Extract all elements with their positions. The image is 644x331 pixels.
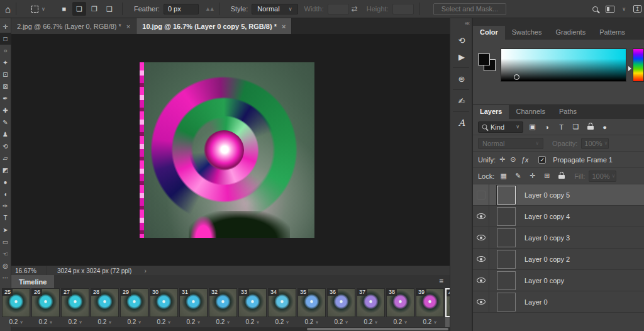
layer-row[interactable]: Layer 0 copy 5 xyxy=(473,184,644,206)
frame-delay-select[interactable]: 0.2 ∨ xyxy=(120,317,148,327)
document-tab[interactable]: 2.jpg @ 66.7% (Layer 0, RGB/8) * × xyxy=(11,18,136,34)
frame-delay-select[interactable]: 0.2 ∨ xyxy=(297,317,326,327)
layer-visibility-toggle[interactable] xyxy=(473,206,489,227)
character-panel-button[interactable]: A xyxy=(450,115,473,131)
layer-row[interactable]: Layer 0 copy 4 xyxy=(473,206,644,227)
lock-pixels-icon[interactable]: ✎ xyxy=(513,172,523,180)
frame-thumbnail[interactable]: 25 xyxy=(2,288,30,317)
frame-thumbnail[interactable]: 32 xyxy=(209,288,237,317)
frame-thumbnail[interactable]: 28 xyxy=(91,288,119,317)
lock-all-icon[interactable] xyxy=(556,172,567,180)
pen-tool[interactable]: ✑ xyxy=(0,200,11,212)
frame-delay-select[interactable]: 0.2 ∨ xyxy=(61,317,89,327)
frame-thumbnail[interactable]: 36 xyxy=(327,288,355,317)
layer-visibility-toggle[interactable] xyxy=(473,291,489,313)
brush-tool[interactable]: ✎ xyxy=(0,116,11,128)
lock-position-icon[interactable]: ✛ xyxy=(527,172,538,180)
lock-filter-icon[interactable] xyxy=(585,123,596,131)
frame-thumbnail[interactable]: 34 xyxy=(268,288,296,317)
layer-row[interactable]: Layer 0 copy 2 xyxy=(473,249,644,270)
shape-filter-icon[interactable]: ❏ xyxy=(570,123,581,131)
frame-delay-select[interactable]: 0.2 ∨ xyxy=(91,317,119,327)
frame-delay-select[interactable]: 0.2 ∨ xyxy=(327,317,355,327)
layer-thumbnail[interactable] xyxy=(497,228,516,247)
frame-delay-select[interactable]: 0.2 ∨ xyxy=(2,317,30,327)
zoom-tool[interactable]: ◎ xyxy=(0,260,11,272)
frame-delay-select[interactable]: 0.2 ∨ xyxy=(386,317,414,327)
unify-visibility-icon[interactable]: ⊙ xyxy=(510,155,516,164)
frame-thumbnail[interactable]: 27 xyxy=(61,288,89,317)
timeline-frame[interactable]: 39 0.2 ∨ xyxy=(416,288,444,327)
timeline-frame[interactable]: 27 0.2 ∨ xyxy=(61,288,89,327)
color-field-cursor[interactable] xyxy=(514,74,519,80)
collapse-panels-icon[interactable]: «« xyxy=(465,20,469,26)
timeline-frame[interactable]: 36 0.2 ∨ xyxy=(327,288,355,327)
frame-delay-select[interactable]: 0.2 ∨ xyxy=(179,317,208,327)
clone-stamp-tool[interactable]: ♟ xyxy=(0,128,11,140)
timeline-frame[interactable]: 30 0.2 ∨ xyxy=(150,288,178,327)
healing-brush-tool[interactable]: ✚ xyxy=(0,104,11,116)
home-icon[interactable]: ⌂ xyxy=(5,4,11,14)
clone-source-panel-button[interactable]: ✍ xyxy=(450,93,473,109)
adjustment-filter-icon[interactable]: ◑ xyxy=(541,123,552,131)
quick-selection-tool[interactable]: ✦ xyxy=(0,57,11,69)
frame-delay-select[interactable]: 0.2 ∨ xyxy=(209,317,237,327)
layer-visibility-toggle[interactable] xyxy=(473,227,489,249)
unify-style-icon[interactable]: ƒx xyxy=(521,156,529,164)
feather-input[interactable]: 0 px xyxy=(164,4,199,14)
canvas[interactable] xyxy=(11,34,450,266)
layer-name[interactable]: Layer 0 copy 4 xyxy=(525,213,570,220)
tab-color[interactable]: Color xyxy=(473,26,505,40)
layer-name[interactable]: Layer 0 copy xyxy=(525,277,564,284)
frame-thumbnail[interactable]: 40 xyxy=(445,288,450,317)
frame-thumbnail[interactable]: 30 xyxy=(150,288,178,317)
timeline-frame[interactable]: 37 0.2 ∨ xyxy=(357,288,385,327)
pixel-filter-icon[interactable]: ▣ xyxy=(527,123,538,131)
layer-visibility-toggle[interactable] xyxy=(473,249,489,270)
frame-delay-select[interactable]: 0.2 ∨ xyxy=(31,317,60,327)
scrollbar-thumb[interactable] xyxy=(307,328,448,330)
frame-thumbnail[interactable]: 33 xyxy=(238,288,267,317)
style-select[interactable]: Normal ∨ xyxy=(252,4,297,14)
adjustments-panel-button[interactable]: ⊜ xyxy=(450,70,473,87)
path-selection-tool[interactable]: ➤ xyxy=(0,224,11,236)
hue-slider[interactable] xyxy=(633,48,644,82)
lasso-tool[interactable]: ○ xyxy=(0,45,11,57)
timeline-frame[interactable]: 33 0.2 ∨ xyxy=(238,288,267,327)
unify-position-icon[interactable]: ✛ xyxy=(499,155,505,164)
subtract-from-selection-button[interactable]: ❐ xyxy=(87,2,101,16)
timeline-scrollbar[interactable] xyxy=(11,327,450,331)
intersect-selection-button[interactable]: ❑ xyxy=(103,2,116,16)
fill-filter-icon[interactable]: ● xyxy=(599,123,610,131)
frame-delay-select[interactable]: 0.2 ∨ xyxy=(416,317,444,327)
hand-tool[interactable]: ☜ xyxy=(0,248,11,260)
layer-name[interactable]: Layer 0 copy 2 xyxy=(525,255,570,263)
layer-thumbnail[interactable] xyxy=(497,207,516,226)
timeline-frame[interactable]: 35 0.2 ∨ xyxy=(297,288,326,327)
frame-thumbnail[interactable]: 26 xyxy=(31,288,60,317)
layer-visibility-toggle[interactable] xyxy=(473,184,489,206)
tab-swatches[interactable]: Swatches xyxy=(505,26,549,40)
timeline-frame[interactable]: 40 0.2 ∨ xyxy=(445,288,450,327)
layer-thumbnail[interactable] xyxy=(497,186,516,205)
type-filter-icon[interactable]: T xyxy=(556,123,567,131)
timeline-frame[interactable]: 28 0.2 ∨ xyxy=(91,288,119,327)
frame-delay-select[interactable]: 0.2 ∨ xyxy=(268,317,296,327)
chevron-down-icon[interactable]: ∨ xyxy=(622,6,626,12)
search-icon[interactable] xyxy=(592,6,598,12)
timeline-frame[interactable]: 31 0.2 ∨ xyxy=(179,288,208,327)
close-icon[interactable]: × xyxy=(126,23,130,30)
frame-thumbnail[interactable]: 37 xyxy=(357,288,385,317)
lock-transparency-icon[interactable]: ▦ xyxy=(498,172,509,180)
propagate-frame-checkbox[interactable]: ✓ xyxy=(538,156,546,164)
close-icon[interactable]: × xyxy=(282,23,286,30)
layer-visibility-toggle[interactable] xyxy=(473,270,489,291)
frame-thumbnail[interactable]: 38 xyxy=(386,288,414,317)
frame-thumbnail[interactable]: 31 xyxy=(179,288,208,317)
timeline-frame[interactable]: 34 0.2 ∨ xyxy=(268,288,296,327)
layer-row[interactable]: Layer 0 copy xyxy=(473,270,644,291)
active-tool-preset[interactable]: ∨ xyxy=(31,6,45,13)
frame-thumbnail[interactable]: 35 xyxy=(297,288,326,317)
tab-paths[interactable]: Paths xyxy=(552,105,584,119)
tab-channels[interactable]: Channels xyxy=(509,105,552,119)
